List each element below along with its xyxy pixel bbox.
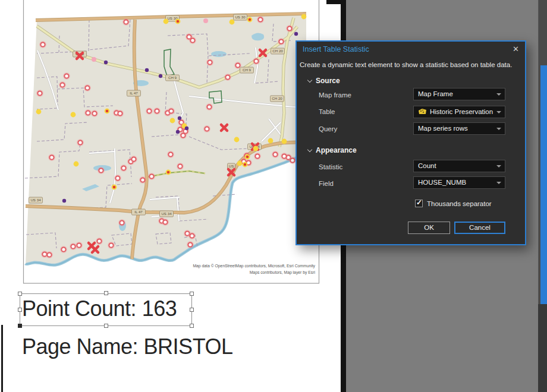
- selection-handle-ne[interactable]: [190, 292, 194, 296]
- field-dropdown[interactable]: HOUSE_NUMB: [413, 176, 505, 189]
- ok-button[interactable]: OK: [408, 222, 450, 234]
- dropdown-arrow-icon: [496, 165, 501, 167]
- table-value: Historic Preservation: [430, 108, 493, 115]
- selection-handle-e[interactable]: [190, 308, 194, 312]
- statistic-label: Statistic: [319, 163, 342, 170]
- layout-guide-line: [1, 325, 3, 392]
- svg-text:US 34: US 34: [30, 198, 41, 202]
- section-source[interactable]: Source: [308, 77, 340, 85]
- vertical-scrollbar-thumb[interactable]: [540, 65, 547, 304]
- layout-canvas: US 30US 30CH 9CH 9CH 9CH 20CH 20IL 47IL …: [0, 0, 547, 392]
- svg-text:CH 9: CH 9: [243, 68, 252, 72]
- table-label: Table: [319, 108, 335, 115]
- map-frame[interactable]: US 30US 30CH 9CH 9CH 9CH 20CH 20IL 47IL …: [0, 0, 341, 392]
- statistic-value: Count: [418, 162, 436, 169]
- svg-text:CH 9: CH 9: [168, 75, 177, 80]
- text-element-page-name[interactable]: Page Name: BRISTOL: [22, 336, 233, 358]
- check-icon: ✓: [416, 198, 422, 207]
- dialog-description: Create a dynamic text element to show a …: [300, 61, 512, 68]
- map-attribution-line1: Map data © OpenStreetMap contributors, M…: [193, 264, 315, 268]
- map-frame-dropdown[interactable]: Map Frame: [413, 88, 505, 100]
- map-frame-value: Map Frame: [418, 90, 453, 97]
- query-label: Query: [319, 125, 337, 132]
- chevron-down-icon: [307, 78, 312, 83]
- insert-table-statistic-dialog: Insert Table Statistic ✕ Create a dynami…: [295, 40, 526, 245]
- statistic-dropdown[interactable]: Count: [413, 160, 505, 172]
- field-label: Field: [319, 180, 334, 187]
- thousands-separator-checkbox[interactable]: ✓: [415, 200, 423, 207]
- section-source-label: Source: [316, 77, 340, 85]
- svg-text:US 30: US 30: [235, 15, 246, 19]
- svg-text:IL 47: IL 47: [134, 210, 143, 214]
- selection-handle-nw[interactable]: [18, 292, 22, 296]
- point-layer-icon: [418, 108, 427, 115]
- close-icon[interactable]: ✕: [513, 45, 519, 53]
- section-appearance[interactable]: Appearance: [308, 146, 357, 154]
- svg-text:US: US: [229, 164, 234, 168]
- layout-page[interactable]: US 30US 30CH 9CH 9CH 9CH 20CH 20IL 47IL …: [0, 0, 341, 392]
- selection-box: [20, 293, 192, 326]
- svg-text:CH 20: CH 20: [272, 49, 283, 53]
- field-value: HOUSE_NUMB: [418, 179, 466, 186]
- selection-handle-n[interactable]: [104, 291, 108, 295]
- query-value: Map series rows: [418, 125, 468, 132]
- dropdown-arrow-icon: [496, 182, 501, 184]
- map-attribution-line2: Maps contributors, Map layer by Esri: [250, 270, 316, 275]
- svg-text:CH 20: CH 20: [272, 96, 282, 100]
- dialog-title[interactable]: Insert Table Statistic: [303, 45, 369, 53]
- cancel-button[interactable]: Cancel: [454, 222, 505, 234]
- svg-text:IL 47: IL 47: [130, 91, 138, 95]
- section-appearance-label: Appearance: [316, 146, 357, 154]
- dropdown-arrow-icon: [496, 128, 501, 130]
- selection-handle-se[interactable]: [190, 324, 194, 328]
- dropdown-arrow-icon: [496, 111, 501, 113]
- selection-handle-s[interactable]: [104, 324, 108, 328]
- selection-handle-w[interactable]: [18, 308, 22, 312]
- selection-handle-sw[interactable]: [18, 324, 22, 328]
- table-dropdown[interactable]: Historic Preservation: [413, 106, 505, 118]
- chevron-down-icon: [307, 147, 312, 152]
- map-frame-label: Map frame: [319, 91, 351, 99]
- scroll-corner: [326, 0, 341, 4]
- vertical-scrollbar-lower: [538, 304, 547, 392]
- dropdown-arrow-icon: [496, 93, 501, 96]
- svg-text:US 34: US 34: [161, 211, 172, 216]
- query-dropdown[interactable]: Map series rows: [413, 122, 505, 135]
- thousands-separator-label: Thousands separator: [427, 200, 492, 207]
